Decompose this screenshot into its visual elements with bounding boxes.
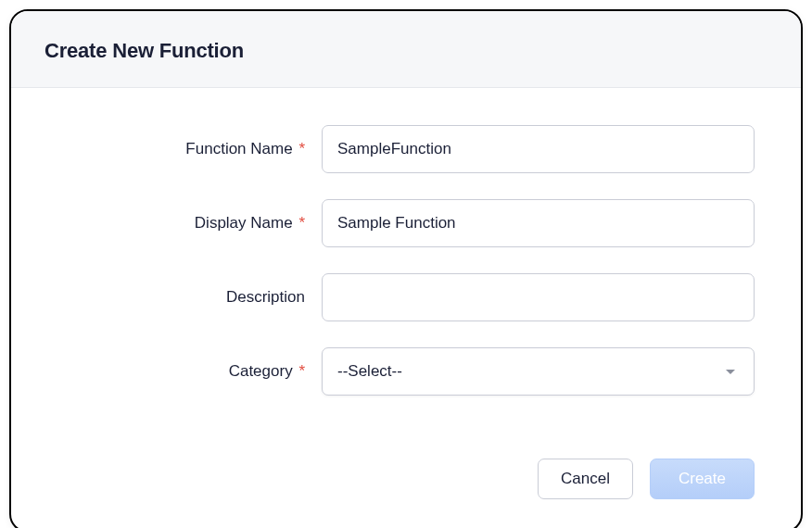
function-name-label: Function Name * (57, 140, 322, 158)
required-indicator: * (298, 140, 305, 157)
modal-footer: Cancel Create (11, 449, 801, 528)
create-button[interactable]: Create (650, 459, 755, 499)
label-text: Category (229, 362, 293, 380)
required-indicator: * (298, 362, 305, 380)
form-row-category: Category * --Select-- (57, 347, 755, 396)
chevron-down-icon (726, 370, 735, 374)
description-input[interactable] (322, 273, 755, 321)
function-name-input[interactable] (322, 125, 755, 173)
required-indicator: * (298, 214, 305, 232)
form-row-description: Description (57, 273, 755, 321)
category-select[interactable]: --Select-- (322, 347, 755, 396)
form-row-function-name: Function Name * (57, 125, 755, 173)
label-text: Description (226, 288, 305, 306)
display-name-input[interactable] (322, 199, 755, 247)
label-text: Function Name (185, 140, 292, 157)
display-name-label: Display Name * (57, 214, 322, 233)
modal-body: Function Name * Display Name * Descripti… (11, 88, 801, 449)
description-label: Description (57, 288, 322, 307)
modal-header: Create New Function (11, 11, 801, 88)
modal-title: Create New Function (44, 39, 768, 63)
category-label: Category * (57, 362, 322, 381)
category-selected-value: --Select-- (337, 362, 402, 381)
form-row-display-name: Display Name * (57, 199, 755, 247)
label-text: Display Name (195, 214, 293, 232)
cancel-button[interactable]: Cancel (538, 459, 633, 499)
create-function-modal: Create New Function Function Name * Disp… (9, 9, 803, 528)
